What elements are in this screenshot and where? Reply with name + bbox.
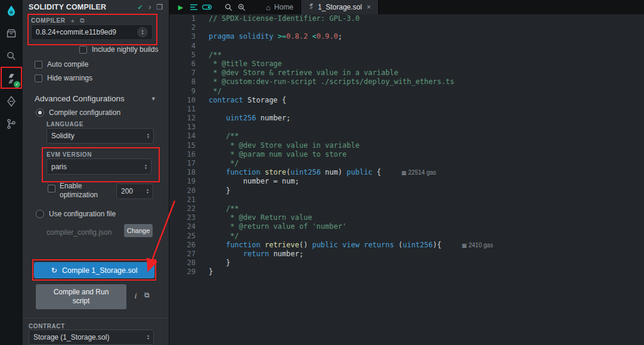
code-line[interactable]: 22 /** <box>169 204 644 213</box>
optimization-runs-input[interactable]: 200 ▴▾ <box>116 184 153 199</box>
script-runner-toggle-icon[interactable] <box>200 0 213 14</box>
code-line[interactable]: 16 * @param num value to store <box>169 150 644 159</box>
enable-optimization-label[interactable]: Enable optimization <box>60 182 112 200</box>
maximize-panel-icon[interactable]: ❐ <box>156 3 163 11</box>
select-carets-icon: ▴▾ <box>145 164 147 170</box>
evm-version-select[interactable]: paris ▴▾ <box>47 158 151 175</box>
file-explorer-icon[interactable] <box>4 26 18 41</box>
solidity-compiler-icon[interactable]: ✓ <box>4 72 18 86</box>
chevron-down-icon: ▾ <box>151 95 155 102</box>
code-line[interactable]: 11 <box>169 105 644 114</box>
evm-version-value: paris <box>51 163 67 171</box>
code-line[interactable]: 7 * @dev Store & retrieve value in a var… <box>169 69 644 77</box>
search-icon[interactable] <box>4 49 18 63</box>
auto-compile-label[interactable]: Auto compile <box>47 60 88 69</box>
code-line[interactable]: 10contract Storage { <box>169 96 644 105</box>
home-icon: ⌂ <box>266 3 271 12</box>
code-line[interactable]: 26 function retrieve() public view retur… <box>169 241 644 250</box>
contract-select-value: Storage (1_Storage.sol) <box>33 333 109 341</box>
line-number: 28 <box>169 259 196 268</box>
gas-estimate-badge: ▦22514 gas <box>401 169 436 176</box>
stepper-carets-icon: ▴▾ <box>147 188 148 194</box>
code-text: pragma solidity >=0.8.2 <0.9.0; <box>209 32 342 41</box>
code-editor[interactable]: 1// SPDX-License-Identifier: GPL-3.023pr… <box>169 14 644 345</box>
compile-button[interactable]: ↻ Compile 1_Storage.sol <box>34 262 154 278</box>
close-tab-icon[interactable]: × <box>367 3 371 11</box>
code-line[interactable]: 27 return number; <box>169 250 644 259</box>
tab-bar: ⌂ Home 1_Storage.sol × <box>259 0 379 14</box>
code-line[interactable]: 15 * @dev Store value in variable <box>169 141 644 150</box>
zoom-out-icon[interactable] <box>222 0 235 14</box>
code-line[interactable]: 28 } <box>169 259 644 268</box>
git-plugin-icon[interactable] <box>4 117 18 131</box>
line-number: 23 <box>169 213 196 222</box>
code-line[interactable]: 8 * @custom:dev-run-script ./scripts/dep… <box>169 77 644 86</box>
tab-storage-sol[interactable]: 1_Storage.sol × <box>301 0 379 14</box>
code-line[interactable]: 6 * @title Storage <box>169 60 644 69</box>
code-line[interactable]: 13 <box>169 123 644 132</box>
copy-compiler-icon[interactable]: ⧉ <box>80 17 85 24</box>
code-line[interactable]: 20 } <box>169 187 644 195</box>
code-text: function store(uint256 num) public {▦225… <box>209 168 436 177</box>
script-config-icon[interactable] <box>187 0 200 14</box>
compile-and-run-button[interactable]: Compile and Run script <box>36 284 126 309</box>
code-line[interactable]: 19 number = num; <box>169 177 644 186</box>
code-line[interactable]: 14 /** <box>169 132 644 141</box>
code-line[interactable]: 23 * @dev Return value <box>169 213 644 222</box>
code-line[interactable]: 29} <box>169 268 644 276</box>
contract-select[interactable]: Storage (1_Storage.sol) ▴▾ <box>29 330 154 345</box>
add-compiler-icon[interactable]: + <box>71 17 75 24</box>
code-line[interactable]: 18 function store(uint256 num) public {▦… <box>169 168 644 177</box>
copy-icon[interactable]: ⧉ <box>144 291 150 299</box>
auto-compile-checkbox[interactable] <box>35 61 42 69</box>
deploy-run-icon[interactable] <box>4 94 18 108</box>
language-select[interactable]: Solidity ▴▾ <box>47 128 154 144</box>
code-line[interactable]: 24 * @return value of 'number' <box>169 222 644 231</box>
change-config-button[interactable]: Change <box>124 224 153 237</box>
config-file-name: compiler_config.json <box>47 228 112 237</box>
line-number: 18 <box>169 168 196 177</box>
code-text: * @custom:dev-run-script ./scripts/deplo… <box>209 77 454 86</box>
code-line[interactable]: 12 uint256 number; <box>169 114 644 123</box>
hide-warnings-checkbox[interactable] <box>35 74 42 82</box>
compiler-version-select[interactable]: 0.8.24+commit.e11b9ed9 ▴▾ <box>31 24 153 40</box>
run-script-icon[interactable]: ▶ <box>174 0 187 14</box>
code-line[interactable]: 1// SPDX-License-Identifier: GPL-3.0 <box>169 14 644 23</box>
line-number: 2 <box>169 23 196 32</box>
code-line[interactable]: 3pragma solidity >=0.8.2 <0.9.0; <box>169 32 644 41</box>
enable-optimization-checkbox[interactable] <box>48 185 55 192</box>
gas-estimate-badge: ▦2410 gas <box>462 242 493 248</box>
zoom-in-icon[interactable] <box>235 0 248 14</box>
nightly-builds-label[interactable]: Include nightly builds <box>92 45 158 54</box>
use-configuration-file-label[interactable]: Use configuration file <box>49 210 116 218</box>
code-line[interactable]: 25 */ <box>169 232 644 241</box>
use-configuration-file-radio[interactable] <box>36 210 44 218</box>
code-text: * @dev Store value in variable <box>209 141 360 150</box>
language-select-value: Solidity <box>51 132 75 140</box>
code-line[interactable]: 17 */ <box>169 159 644 168</box>
code-line[interactable]: 4 <box>169 42 644 51</box>
line-number: 10 <box>169 96 196 105</box>
code-text: /** <box>209 204 239 213</box>
tab-home[interactable]: ⌂ Home <box>259 0 301 14</box>
code-line[interactable]: 2 <box>169 23 644 32</box>
code-text: // SPDX-License-Identifier: GPL-3.0 <box>209 14 360 23</box>
hide-warnings-label[interactable]: Hide warnings <box>47 74 92 82</box>
info-icon[interactable]: i <box>135 291 137 300</box>
code-text: * @title Storage <box>209 60 282 69</box>
panel-header: SOLIDITY COMPILER ✓ › ❐ <box>23 0 169 14</box>
gas-icon: ▦ <box>462 243 467 248</box>
line-number: 24 <box>169 222 196 231</box>
code-line[interactable]: 21 <box>169 195 644 204</box>
code-text: /** <box>209 132 239 141</box>
chevron-right-icon[interactable]: › <box>148 3 151 11</box>
code-lines: 1// SPDX-License-Identifier: GPL-3.023pr… <box>169 14 644 276</box>
code-line[interactable]: 5/** <box>169 51 644 60</box>
line-number: 20 <box>169 187 196 195</box>
remix-logo[interactable] <box>4 4 18 18</box>
compiler-configuration-radio[interactable] <box>36 108 44 117</box>
nightly-builds-checkbox[interactable] <box>79 46 87 54</box>
advanced-configurations-header[interactable]: Advanced Configurations ▾ <box>35 94 155 103</box>
code-line[interactable]: 9 */ <box>169 87 644 96</box>
compiler-configuration-label[interactable]: Compiler configuration <box>49 108 120 117</box>
